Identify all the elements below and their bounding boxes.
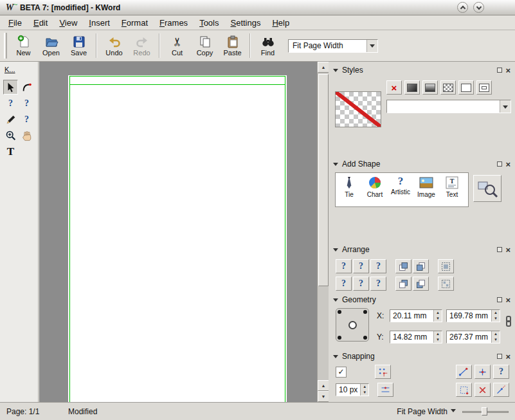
undo-button[interactable]: Undo bbox=[100, 32, 128, 60]
collapse-icon[interactable] bbox=[333, 163, 338, 169]
bring-to-front-button[interactable] bbox=[395, 259, 411, 273]
shape-chart[interactable]: Chart bbox=[363, 175, 387, 198]
anchor-dot-icon[interactable] bbox=[363, 310, 367, 314]
x-position-value[interactable]: 20.11 mm bbox=[390, 310, 433, 322]
snap-to-node-button[interactable] bbox=[456, 365, 472, 379]
shape-text[interactable]: T Text bbox=[440, 175, 464, 198]
zoom-slider-handle[interactable] bbox=[482, 407, 487, 415]
no-fill-button[interactable]: × bbox=[386, 80, 402, 95]
snap-to-bounding-box-button[interactable] bbox=[456, 383, 472, 397]
x-position-spinbox[interactable]: 20.11 mm ▲▼ bbox=[390, 309, 442, 322]
spin-down-icon[interactable]: ▼ bbox=[492, 316, 500, 322]
menu-settings[interactable]: Settings bbox=[224, 16, 266, 30]
send-to-back-button[interactable] bbox=[413, 277, 429, 291]
tool-placeholder-2-button[interactable]: ? bbox=[19, 96, 34, 111]
anchor-dot-icon[interactable] bbox=[363, 336, 367, 340]
zoom-tool-button[interactable] bbox=[3, 128, 18, 143]
zoom-mode-button[interactable]: Fit Page Width bbox=[397, 407, 456, 416]
zoom-combobox-dropdown-button[interactable] bbox=[366, 40, 377, 52]
lower-button[interactable] bbox=[395, 277, 411, 291]
spin-up-icon[interactable]: ▲ bbox=[492, 331, 500, 337]
position-anchor-selector[interactable] bbox=[336, 308, 369, 342]
close-docker-icon[interactable]: × bbox=[505, 297, 510, 304]
collapse-icon[interactable] bbox=[333, 69, 338, 75]
float-docker-icon[interactable] bbox=[497, 247, 502, 252]
line-style-dropdown-button[interactable] bbox=[500, 100, 510, 113]
snap-to-orthogonal-button[interactable] bbox=[474, 365, 491, 379]
align-center-button[interactable]: ? bbox=[353, 259, 369, 273]
border-style-button[interactable] bbox=[458, 80, 474, 95]
tool-placeholder-3-button[interactable]: ? bbox=[19, 112, 34, 127]
save-button[interactable]: Save bbox=[65, 32, 93, 60]
spin-up-icon[interactable]: ▲ bbox=[492, 310, 500, 316]
gradient-fill-button[interactable] bbox=[422, 80, 438, 95]
snapping-docker-header[interactable]: Snapping × bbox=[330, 351, 513, 362]
raise-button[interactable] bbox=[413, 259, 429, 273]
connection-tool-button[interactable] bbox=[19, 80, 34, 95]
collapse-icon[interactable] bbox=[333, 355, 338, 361]
pattern-fill-button[interactable] bbox=[440, 80, 456, 95]
document-page[interactable] bbox=[68, 75, 287, 402]
spin-down-icon[interactable]: ▼ bbox=[434, 337, 442, 343]
pencil-tool-button[interactable] bbox=[3, 112, 18, 127]
zoom-combobox[interactable]: Fit Page Width bbox=[288, 39, 378, 53]
group-shapes-button[interactable] bbox=[438, 259, 454, 273]
add-shape-docker-header[interactable]: Add Shape × bbox=[330, 158, 513, 170]
ungroup-shapes-button[interactable] bbox=[438, 277, 454, 291]
spin-down-icon[interactable]: ▼ bbox=[492, 337, 500, 343]
anchor-center-icon[interactable] bbox=[348, 321, 357, 329]
menu-file[interactable]: File bbox=[3, 16, 28, 30]
float-docker-icon[interactable] bbox=[497, 68, 502, 73]
arrange-docker-header[interactable]: Arrange × bbox=[330, 244, 513, 255]
paste-button[interactable]: Paste bbox=[219, 32, 246, 60]
spin-up-icon[interactable]: ▲ bbox=[434, 331, 442, 337]
zoom-slider[interactable] bbox=[462, 406, 509, 417]
snapping-enabled-checkbox[interactable]: ✓ bbox=[336, 367, 347, 378]
cut-button[interactable]: ✂ Cut bbox=[163, 32, 191, 60]
scrollbar-thumb[interactable] bbox=[318, 74, 329, 286]
close-docker-icon[interactable]: × bbox=[505, 161, 510, 168]
spin-up-icon[interactable]: ▲ bbox=[361, 384, 368, 390]
styles-docker-header[interactable]: Styles × bbox=[330, 64, 513, 76]
height-value[interactable]: 267.37 mm bbox=[447, 331, 491, 343]
vertical-scrollbar[interactable]: ▲ ▲ ▼ bbox=[317, 62, 329, 402]
text-tool-button[interactable]: T bbox=[3, 144, 18, 159]
collapse-icon[interactable] bbox=[333, 298, 338, 304]
select-tool-button[interactable] bbox=[3, 80, 18, 95]
menu-tools[interactable]: Tools bbox=[194, 16, 224, 30]
close-docker-icon[interactable]: × bbox=[505, 246, 510, 253]
scroll-down-button[interactable]: ▼ bbox=[318, 391, 329, 402]
menu-format[interactable]: Format bbox=[116, 16, 154, 30]
spin-down-icon[interactable]: ▼ bbox=[361, 390, 368, 396]
float-docker-icon[interactable] bbox=[497, 161, 502, 167]
open-button[interactable]: Open bbox=[37, 32, 65, 60]
browse-shapes-button[interactable] bbox=[473, 175, 501, 202]
align-right-button[interactable]: ? bbox=[370, 259, 386, 273]
menu-help[interactable]: Help bbox=[266, 16, 295, 30]
align-top-button[interactable]: ? bbox=[336, 277, 352, 291]
snap-placeholder-button[interactable]: ? bbox=[493, 365, 509, 379]
y-position-spinbox[interactable]: 14.82 mm ▲▼ bbox=[390, 331, 442, 343]
find-button[interactable]: Find bbox=[254, 32, 282, 60]
height-spinbox[interactable]: 267.37 mm ▲▼ bbox=[446, 331, 500, 343]
menu-view[interactable]: View bbox=[53, 16, 83, 30]
tool-placeholder-1-button[interactable]: ? bbox=[3, 96, 18, 111]
shape-image[interactable]: Image bbox=[414, 175, 438, 198]
pan-tool-button[interactable] bbox=[19, 128, 34, 143]
menu-insert[interactable]: Insert bbox=[83, 16, 116, 30]
spin-up-icon[interactable]: ▲ bbox=[434, 310, 442, 316]
close-docker-icon[interactable]: × bbox=[505, 67, 510, 74]
window-unshade-button[interactable] bbox=[473, 2, 484, 13]
anchor-dot-icon[interactable] bbox=[338, 336, 341, 340]
float-docker-icon[interactable] bbox=[497, 354, 502, 359]
width-value[interactable]: 169.78 mm bbox=[447, 310, 491, 322]
float-docker-icon[interactable] bbox=[497, 297, 502, 302]
new-button[interactable]: New bbox=[10, 32, 37, 60]
copy-button[interactable]: Copy bbox=[191, 32, 219, 60]
shape-tie[interactable]: Tie bbox=[337, 175, 361, 198]
snap-distance-value[interactable]: 10 px bbox=[336, 384, 360, 396]
scroll-up-button[interactable]: ▲ bbox=[318, 62, 329, 73]
tools-docker-title[interactable]: K... bbox=[5, 66, 35, 73]
snap-to-intersection-button[interactable] bbox=[474, 383, 491, 397]
align-middle-button[interactable]: ? bbox=[353, 277, 369, 291]
